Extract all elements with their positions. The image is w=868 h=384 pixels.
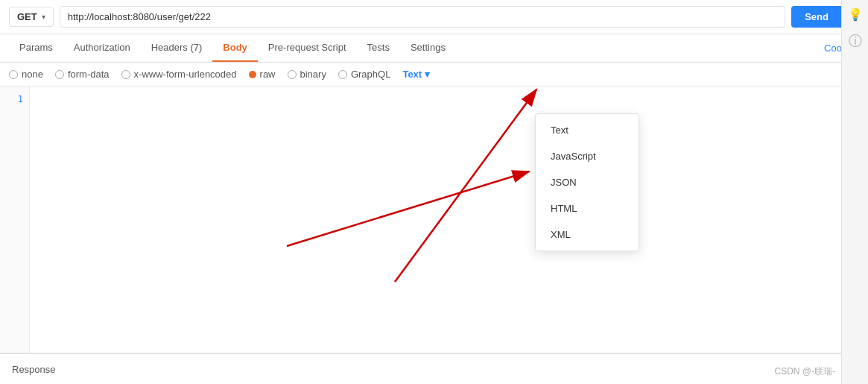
method-select[interactable]: GET ▾ (9, 7, 54, 27)
dropdown-item-xml[interactable]: XML (536, 221, 639, 248)
tab-tests[interactable]: Tests (357, 34, 400, 62)
option-binary[interactable]: binary (288, 69, 326, 80)
text-type-label: Text (402, 69, 422, 80)
text-type-button[interactable]: Text ▾ (402, 69, 430, 80)
none-radio-dot (9, 70, 18, 79)
none-label: none (22, 69, 43, 80)
line-numbers: 1 (0, 86, 30, 353)
right-icons-panel: 💡 ⓘ (841, 0, 868, 384)
form-data-label: form-data (68, 69, 110, 80)
top-bar: GET ▾ Send ▾ (0, 0, 868, 34)
method-label: GET (17, 11, 37, 22)
editor-area: 1 (0, 86, 868, 353)
lightbulb-icon[interactable]: 💡 (848, 7, 863, 22)
tab-params[interactable]: Params (9, 34, 63, 62)
tab-body[interactable]: Body (212, 34, 258, 62)
editor-content[interactable] (30, 86, 868, 353)
option-none[interactable]: none (9, 69, 43, 80)
binary-radio-dot (288, 70, 297, 79)
url-input[interactable] (60, 6, 785, 28)
option-form-data[interactable]: form-data (55, 69, 110, 80)
raw-radio-dot (249, 71, 256, 78)
body-options: none form-data x-www-form-urlencoded raw… (0, 63, 868, 86)
send-button[interactable]: Send (791, 6, 842, 28)
method-chevron-icon: ▾ (42, 13, 45, 21)
main-content: GET ▾ Send ▾ Params Authorization Header… (0, 0, 868, 384)
graphql-label: GraphQL (351, 69, 390, 80)
option-urlencoded[interactable]: x-www-form-urlencoded (121, 69, 237, 80)
urlencoded-radio-dot (121, 70, 130, 79)
graphql-radio-dot (338, 70, 347, 79)
tab-authorization[interactable]: Authorization (63, 34, 141, 62)
watermark: CSDN @-联瑞- (774, 365, 835, 378)
response-bar: Response ∨ (0, 353, 868, 384)
dropdown-item-javascript[interactable]: JavaScript (536, 143, 639, 169)
tabs-bar: Params Authorization Headers (7) Body Pr… (0, 34, 868, 63)
text-type-chevron-icon: ▾ (425, 69, 430, 80)
binary-label: binary (300, 69, 326, 80)
tab-settings[interactable]: Settings (400, 34, 456, 62)
response-label: Response (12, 364, 56, 375)
urlencoded-label: x-www-form-urlencoded (134, 69, 237, 80)
tab-pre-request-script[interactable]: Pre-request Script (258, 34, 357, 62)
info-icon[interactable]: ⓘ (849, 32, 862, 50)
tab-headers[interactable]: Headers (7) (141, 34, 213, 62)
dropdown-item-json[interactable]: JSON (536, 169, 639, 195)
option-graphql[interactable]: GraphQL (338, 69, 390, 80)
raw-label: raw (260, 69, 276, 80)
line-number-1: 1 (6, 94, 23, 104)
dropdown-menu: Text JavaScript JSON HTML XML (535, 113, 639, 251)
dropdown-item-html[interactable]: HTML (536, 195, 639, 221)
option-raw[interactable]: raw (249, 69, 276, 80)
dropdown-item-text[interactable]: Text (536, 117, 639, 143)
form-data-radio-dot (55, 70, 64, 79)
